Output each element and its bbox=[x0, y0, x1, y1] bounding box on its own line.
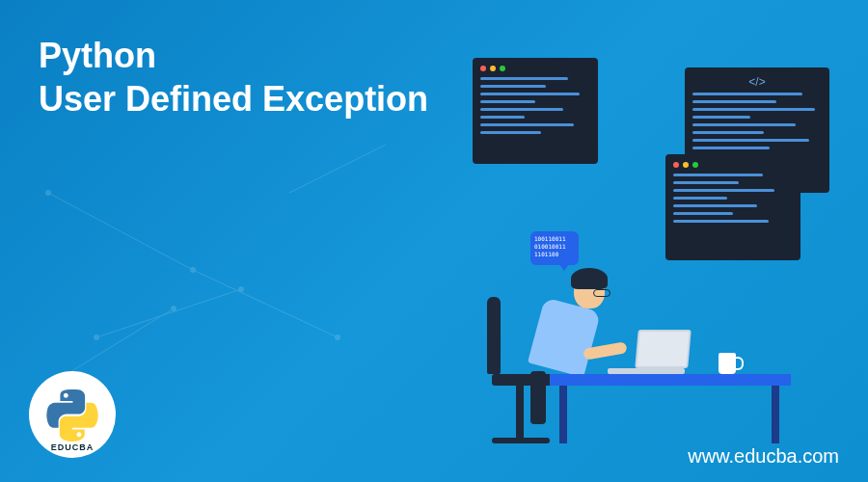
title-line-1: Python bbox=[39, 36, 156, 75]
binary-speech-bubble: 100110011 010010011 1101100 bbox=[530, 231, 579, 265]
svg-point-11 bbox=[171, 306, 176, 311]
code-tag-icon: </> bbox=[692, 75, 822, 89]
coffee-mug-shape bbox=[719, 353, 736, 374]
brand-label: EDUCBA bbox=[51, 442, 95, 452]
chair-base-shape bbox=[492, 438, 550, 443]
hero-illustration: </> 100110011 010010011 1101100 bbox=[357, 58, 839, 443]
person-body-shape bbox=[528, 297, 601, 377]
desk-leg-left-shape bbox=[559, 386, 567, 443]
python-logo-icon bbox=[46, 388, 99, 442]
chair-leg-shape bbox=[516, 386, 524, 443]
binary-text: 100110011 010010011 1101100 bbox=[534, 235, 575, 257]
window-controls-icon bbox=[480, 66, 590, 71]
svg-line-1 bbox=[193, 270, 338, 337]
svg-point-5 bbox=[45, 190, 51, 196]
code-window-left bbox=[473, 58, 598, 164]
person-hair-shape bbox=[571, 268, 608, 289]
chair-back-shape bbox=[487, 297, 501, 374]
code-window-right-bottom bbox=[665, 154, 800, 260]
svg-line-2 bbox=[96, 289, 241, 337]
svg-line-0 bbox=[48, 193, 193, 270]
laptop-base-shape bbox=[608, 368, 685, 374]
desk-leg-right-shape bbox=[772, 386, 779, 443]
svg-point-7 bbox=[335, 335, 340, 340]
desk-top-shape bbox=[550, 374, 791, 386]
svg-point-6 bbox=[190, 267, 196, 273]
person-leg-shape bbox=[530, 371, 546, 424]
python-logo-badge: EDUCBA bbox=[29, 371, 116, 458]
website-url: www.educba.com bbox=[688, 445, 839, 468]
svg-point-8 bbox=[94, 335, 99, 340]
laptop-screen-shape bbox=[635, 330, 691, 368]
person-glasses-shape bbox=[593, 289, 610, 297]
svg-point-9 bbox=[238, 286, 244, 292]
window-controls-icon bbox=[673, 162, 793, 168]
